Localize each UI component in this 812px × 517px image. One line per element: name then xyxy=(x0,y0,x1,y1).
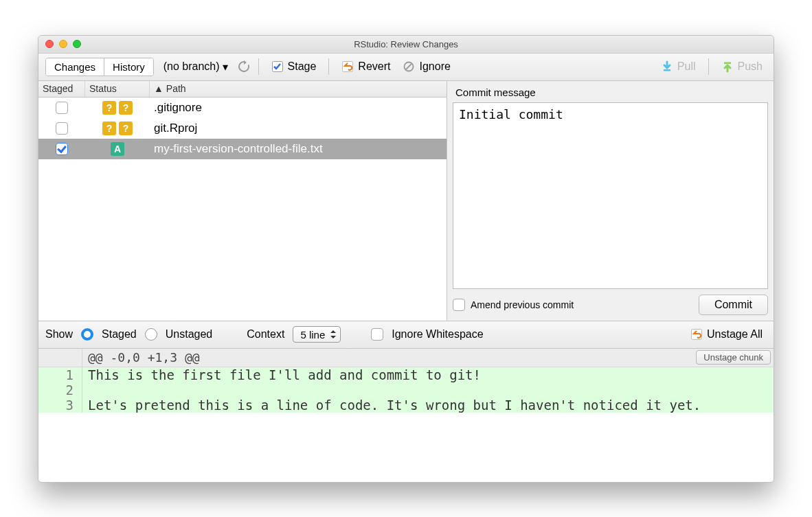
status-badge-added: A xyxy=(111,142,124,156)
file-path: git.Rproj xyxy=(150,122,447,135)
commit-message-input[interactable] xyxy=(453,102,768,289)
pull-icon xyxy=(661,60,673,73)
commit-button[interactable]: Commit xyxy=(699,295,768,315)
titlebar: RStudio: Review Changes xyxy=(38,36,774,54)
stage-checkbox[interactable] xyxy=(56,122,68,135)
line-text: Let's pretend this is a line of code. It… xyxy=(82,398,701,413)
file-path: my-first-version-controlled-file.txt xyxy=(150,142,447,156)
stage-label: Stage xyxy=(288,60,317,73)
separator xyxy=(708,58,709,75)
hunk-range: @@ -0,0 +1,3 @@ xyxy=(82,350,696,365)
commit-message-label: Commit message xyxy=(453,85,768,102)
line-text: This is the first file I'll add and comm… xyxy=(82,367,481,382)
branch-label: (no branch) xyxy=(163,60,220,73)
unstage-all-button[interactable]: Unstage All xyxy=(686,327,767,342)
unstaged-radio[interactable] xyxy=(145,328,157,341)
revert-button[interactable]: Revert xyxy=(337,59,394,74)
stage-checkbox[interactable] xyxy=(56,102,68,114)
push-icon xyxy=(721,60,734,73)
ignore-whitespace-checkbox[interactable] xyxy=(371,328,383,341)
table-row[interactable]: A my-first-version-controlled-file.txt xyxy=(38,139,447,159)
push-button[interactable]: Push xyxy=(717,59,767,74)
show-label: Show xyxy=(45,328,73,341)
unstage-chunk-button[interactable]: Unstage chunk xyxy=(696,350,771,365)
context-value: 5 line xyxy=(300,329,325,341)
pull-label: Pull xyxy=(677,60,696,73)
file-pane: Staged Status ▲ Path ? ? .gitignore xyxy=(38,81,447,321)
svg-rect-4 xyxy=(664,69,670,71)
chevron-down-icon: ▾ xyxy=(223,60,228,73)
svg-rect-5 xyxy=(724,62,731,65)
stage-checkbox[interactable] xyxy=(56,143,68,155)
commit-pane: Commit message Amend previous commit Com… xyxy=(447,81,774,321)
diff-line[interactable]: 2 xyxy=(38,382,774,398)
toolbar: Changes History (no branch) ▾ Stage Reve… xyxy=(38,54,774,81)
unstaged-label: Unstaged xyxy=(166,328,213,341)
col-status[interactable]: Status xyxy=(85,81,150,97)
pull-button[interactable]: Pull xyxy=(657,59,700,74)
revert-icon xyxy=(690,328,703,341)
sort-asc-icon: ▲ xyxy=(154,83,163,94)
file-list: ? ? .gitignore ? ? git.Rproj xyxy=(38,97,447,321)
line-number: 2 xyxy=(38,382,82,398)
checkbox-icon xyxy=(271,60,284,73)
refresh-icon[interactable] xyxy=(238,60,250,73)
ignore-label: Ignore xyxy=(419,60,450,73)
file-table-header: Staged Status ▲ Path xyxy=(38,81,447,97)
ignore-icon xyxy=(403,60,415,73)
col-path[interactable]: ▲ Path xyxy=(150,81,447,97)
staged-label: Staged xyxy=(102,328,137,341)
staged-radio[interactable] xyxy=(81,328,93,341)
ignore-whitespace-label: Ignore Whitespace xyxy=(392,328,483,341)
tab-changes[interactable]: Changes xyxy=(46,58,104,76)
diff-line[interactable]: 3 Let's pretend this is a line of code. … xyxy=(38,398,774,413)
ignore-button[interactable]: Ignore xyxy=(398,59,454,74)
separator xyxy=(258,58,259,75)
col-staged[interactable]: Staged xyxy=(38,81,85,97)
col-path-label: Path xyxy=(166,83,186,94)
status-badge-untracked: ? xyxy=(119,101,133,115)
unstage-all-label: Unstage All xyxy=(707,328,763,341)
window: RStudio: Review Changes Changes History … xyxy=(38,35,774,483)
status-badge-untracked: ? xyxy=(102,101,116,115)
view-segmented: Changes History xyxy=(45,58,154,76)
line-number: 3 xyxy=(38,398,82,413)
separator xyxy=(328,58,329,75)
line-text xyxy=(82,382,88,398)
stage-button[interactable]: Stage xyxy=(267,59,321,74)
middle-panes: Staged Status ▲ Path ? ? .gitignore xyxy=(38,81,774,321)
table-row[interactable]: ? ? .gitignore xyxy=(38,97,447,118)
branch-selector[interactable]: (no branch) ▾ xyxy=(158,59,234,75)
push-label: Push xyxy=(738,60,763,73)
svg-line-3 xyxy=(406,64,411,69)
revert-icon xyxy=(341,60,354,73)
diff-toolbar: Show Staged Unstaged Context 5 line Igno… xyxy=(38,321,774,349)
table-row[interactable]: ? ? git.Rproj xyxy=(38,118,447,139)
amend-checkbox[interactable] xyxy=(453,299,465,311)
commit-footer: Amend previous commit Commit xyxy=(453,289,768,315)
revert-label: Revert xyxy=(358,60,390,73)
status-badge-untracked: ? xyxy=(102,122,116,135)
tab-history[interactable]: History xyxy=(104,58,153,76)
hunk-header: @@ -0,0 +1,3 @@ Unstage chunk xyxy=(38,349,774,367)
line-number: 1 xyxy=(38,367,82,382)
diff-line[interactable]: 1 This is the first file I'll add and co… xyxy=(38,367,774,382)
window-title: RStudio: Review Changes xyxy=(38,39,774,49)
amend-label: Amend previous commit xyxy=(471,299,574,310)
context-select[interactable]: 5 line xyxy=(293,326,341,343)
context-label: Context xyxy=(247,328,284,341)
file-path: .gitignore xyxy=(150,101,447,115)
diff-area: @@ -0,0 +1,3 @@ Unstage chunk 1 This is … xyxy=(38,349,774,482)
status-badge-untracked: ? xyxy=(119,122,133,135)
